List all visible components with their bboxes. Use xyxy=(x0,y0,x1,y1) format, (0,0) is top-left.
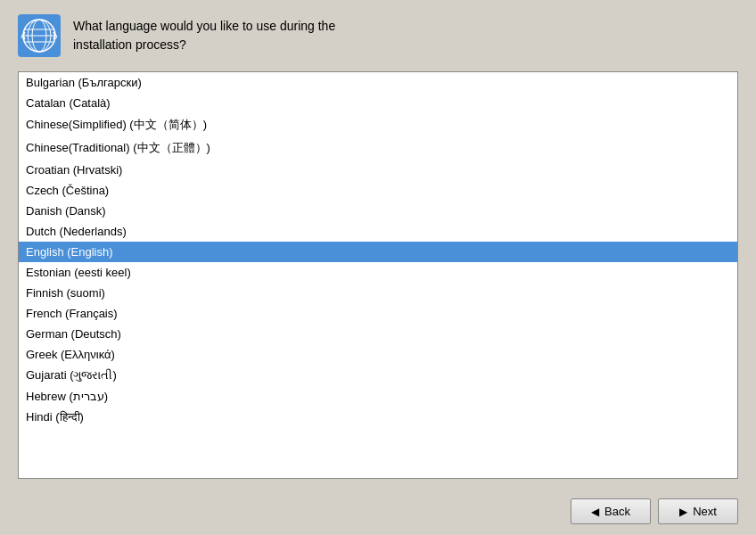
back-icon: ◀ xyxy=(591,506,599,518)
next-button[interactable]: ▶ Next xyxy=(658,498,738,524)
next-label: Next xyxy=(693,505,717,518)
header: What language would you like to use duri… xyxy=(0,0,756,71)
list-item[interactable]: Chinese(Traditional) (中文（正體）) xyxy=(19,136,737,160)
list-item[interactable]: German (Deutsch) xyxy=(19,324,737,344)
main-content: Bulgarian (Български)Catalan (Català)Chi… xyxy=(0,71,756,488)
un-flag-icon xyxy=(18,14,61,57)
language-list-container: Bulgarian (Български)Catalan (Català)Chi… xyxy=(18,71,738,479)
list-item[interactable]: Greek (Ελληνικά) xyxy=(19,344,737,365)
list-item[interactable]: Bulgarian (Български) xyxy=(19,72,737,93)
list-item[interactable]: Estonian (eesti keel) xyxy=(19,262,737,283)
next-icon: ▶ xyxy=(679,506,687,518)
back-label: Back xyxy=(604,505,630,518)
list-item[interactable]: Finnish (suomi) xyxy=(19,283,737,303)
footer: ◀ Back ▶ Next xyxy=(0,488,756,535)
list-item[interactable]: Hebrew (עברית) xyxy=(19,386,737,407)
list-item[interactable]: Czech (Čeština) xyxy=(19,180,737,201)
list-item[interactable]: Gujarati (ગુજરાતી) xyxy=(19,365,737,386)
list-item[interactable]: Danish (Dansk) xyxy=(19,201,737,221)
back-button[interactable]: ◀ Back xyxy=(571,498,651,524)
list-item[interactable]: Catalan (Català) xyxy=(19,93,737,113)
list-item[interactable]: French (Français) xyxy=(19,303,737,324)
list-item[interactable]: Croatian (Hrvatski) xyxy=(19,160,737,180)
list-item[interactable]: Hindi (हिन्दी) xyxy=(19,407,737,428)
list-item[interactable]: Chinese(Simplified) (中文（简体）) xyxy=(19,113,737,136)
language-list[interactable]: Bulgarian (Български)Catalan (Català)Chi… xyxy=(19,72,737,478)
list-item[interactable]: English (English) xyxy=(19,242,737,262)
header-question: What language would you like to use duri… xyxy=(73,17,335,54)
list-item[interactable]: Dutch (Nederlands) xyxy=(19,221,737,242)
